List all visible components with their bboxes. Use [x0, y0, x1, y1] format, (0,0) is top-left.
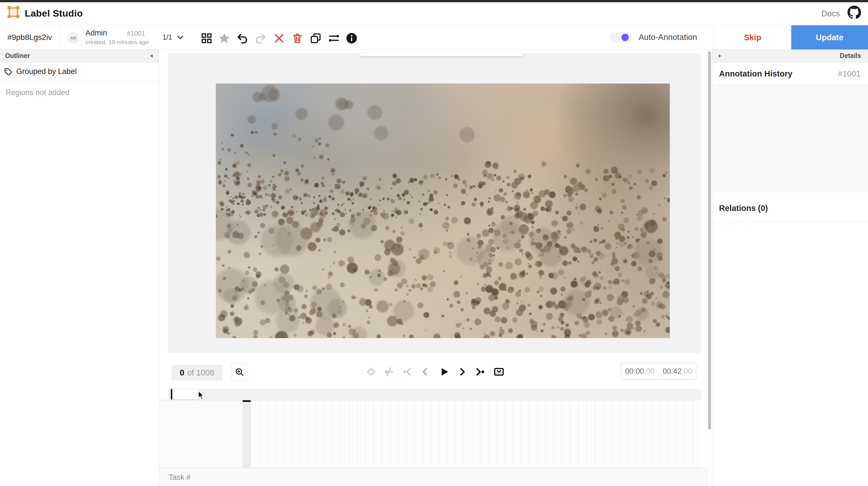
frame-gridline	[275, 400, 276, 468]
frame-gridline	[677, 400, 677, 468]
frame-gridline	[341, 400, 341, 468]
frame-gridline	[284, 400, 284, 468]
frame-gridline	[439, 400, 439, 468]
frame-total: of 1008	[187, 368, 214, 377]
annotation-toolbar: #9pb8Lgs2iv AD Admin #1001 created, 19 m…	[0, 25, 868, 50]
reject-icon[interactable]	[273, 32, 285, 45]
frame-gridline	[316, 400, 316, 468]
timeline-frames-grid[interactable]	[159, 400, 701, 468]
toolbar-divider	[59, 25, 60, 50]
label-studio-logo-icon	[7, 5, 20, 19]
task-number-label: Task #	[169, 473, 191, 482]
annotation-history-title: Annotation History	[719, 69, 793, 79]
frame-gridline	[300, 400, 300, 468]
tag-icon	[4, 67, 12, 76]
chevron-down-icon[interactable]	[176, 33, 185, 42]
frame-gridline	[669, 400, 669, 468]
info-icon[interactable]	[345, 32, 358, 45]
time-total-main: 00:42	[662, 367, 682, 376]
relations-title: Relations (0)	[719, 204, 768, 213]
frame-gridline	[619, 400, 620, 468]
annotation-history-empty-area	[712, 84, 868, 192]
keyframe-interpolation-icon[interactable]	[383, 366, 394, 377]
timeline-zoom-button[interactable]	[231, 363, 248, 381]
add-keyframe-icon[interactable]	[365, 366, 377, 377]
prev-frame-icon[interactable]	[420, 366, 431, 377]
collapse-timeline-icon[interactable]	[493, 366, 504, 377]
annotation-id: #1001	[127, 30, 145, 37]
grid-view-icon[interactable]	[200, 32, 213, 45]
time-display: 00:00:00 00:42:00	[621, 363, 696, 380]
expand-panel-icon[interactable]	[716, 53, 723, 59]
duplicate-icon[interactable]	[309, 32, 322, 45]
time-total[interactable]: 00:42:00	[659, 363, 696, 379]
frame-gridline	[398, 400, 398, 468]
workspace: 0 of 1008	[159, 50, 708, 486]
annotation-history-id: #1001	[838, 69, 861, 79]
video-frame[interactable]	[216, 84, 670, 338]
frame-counter[interactable]: 0 of 1008	[172, 365, 223, 380]
frame-gridline	[537, 400, 538, 468]
details-panel: Details Annotation History #1001 Relatio…	[712, 50, 868, 486]
panel-divider	[712, 222, 868, 222]
grouped-by-label-text: Grouped by Label	[16, 67, 77, 76]
vertical-scrollbar[interactable]	[708, 51, 711, 429]
frame-gridline	[594, 400, 595, 468]
window-chrome-strip	[0, 0, 868, 2]
frame-gridline	[693, 400, 693, 468]
frame-gridline	[292, 400, 292, 468]
github-icon[interactable]	[847, 5, 861, 20]
auto-annotation-toggle[interactable]	[610, 33, 631, 42]
docs-link[interactable]: Docs	[822, 9, 840, 18]
outliner-header: Outliner	[0, 50, 159, 62]
time-current[interactable]: 00:00:00	[621, 363, 659, 379]
redo-icon[interactable]	[254, 32, 267, 45]
task-footer: Task #	[159, 468, 708, 486]
time-total-frames: :00	[682, 367, 692, 376]
next-keyframe-icon[interactable]	[474, 366, 486, 377]
timeline-seekbar[interactable]	[168, 389, 701, 400]
frame-gridline	[644, 400, 644, 468]
frame-gridline	[349, 400, 349, 468]
play-button-icon[interactable]	[438, 366, 450, 377]
star-icon[interactable]	[218, 32, 230, 45]
frame-gridline	[406, 400, 406, 468]
frame-gridline	[414, 400, 415, 468]
frame-gridline	[504, 400, 505, 468]
settings-sliders-icon[interactable]	[328, 32, 340, 45]
delete-icon[interactable]	[291, 32, 304, 45]
collapse-panel-icon[interactable]	[149, 53, 155, 59]
frame-current: 0	[180, 368, 184, 377]
user-avatar[interactable]: AD	[67, 32, 79, 43]
seek-viewport-handle[interactable]	[171, 389, 199, 399]
details-title: Details	[840, 52, 861, 60]
frame-gridline	[603, 400, 603, 468]
skip-button[interactable]: Skip	[714, 25, 791, 50]
undo-icon[interactable]	[237, 32, 249, 45]
outliner-title: Outliner	[5, 52, 30, 60]
frame-gridline	[382, 400, 382, 468]
frame-gridline	[570, 400, 570, 468]
frame-gridline	[636, 400, 636, 468]
panel-divider	[712, 196, 868, 196]
frame-gridline	[627, 400, 628, 468]
annotation-pagination[interactable]: 1/1	[162, 33, 172, 41]
annotation-author: Admin	[86, 29, 107, 37]
prev-keyframe-icon[interactable]	[402, 366, 413, 377]
playhead-marker	[243, 400, 251, 402]
regions-empty-text: Regions not added	[6, 88, 69, 97]
floating-toolbar-edge	[360, 53, 524, 56]
details-header: Details	[712, 50, 868, 62]
app-header: Label Studio Docs	[0, 2, 868, 25]
update-button[interactable]: Update	[791, 25, 868, 50]
frame-gridline	[554, 400, 554, 468]
annotation-created-text: created, 19 minutes ago	[86, 39, 149, 46]
frame-gridline	[529, 400, 529, 468]
frame-gridline	[578, 400, 579, 468]
grouped-by-label-selector[interactable]: Grouped by Label	[0, 62, 159, 81]
app-title: Label Studio	[25, 8, 83, 19]
next-frame-icon[interactable]	[457, 366, 468, 377]
frame-gridline	[251, 400, 251, 468]
timeline-playhead[interactable]	[243, 400, 251, 468]
frame-gridline	[546, 400, 546, 468]
